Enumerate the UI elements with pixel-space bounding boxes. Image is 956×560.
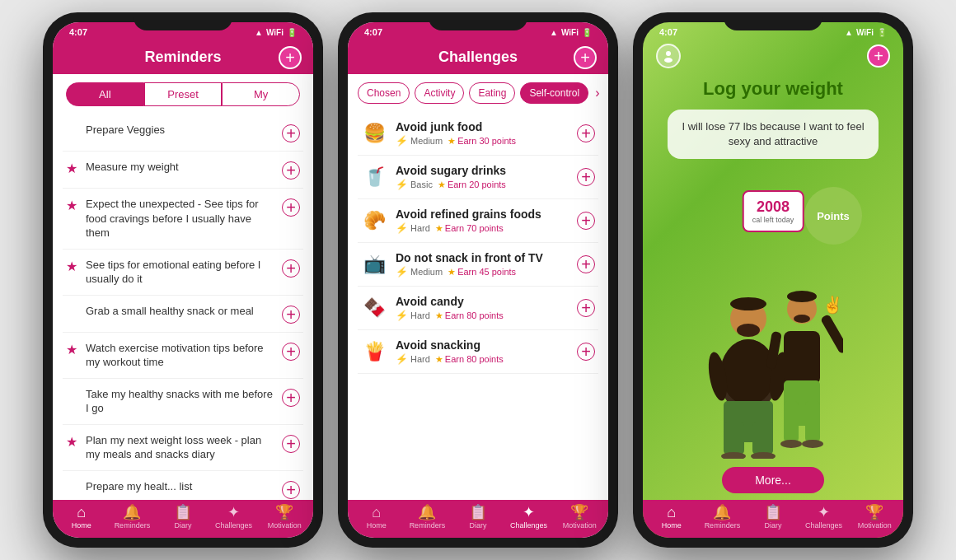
nav-label: Motivation	[858, 521, 892, 530]
nav-label: Home	[72, 521, 91, 530]
add-logweight-button[interactable]: +	[867, 44, 890, 68]
star-icon: ★	[66, 198, 79, 213]
bell-icon: 🔔	[418, 505, 436, 520]
calories-number: 2008	[752, 198, 794, 216]
nav-motivation-2[interactable]: 🏆 Motivation	[559, 505, 600, 530]
candy-icon: 🍫	[361, 297, 387, 319]
tab-eating[interactable]: Eating	[469, 82, 515, 104]
nav-label: Motivation	[563, 521, 597, 530]
add-item-button[interactable]: +	[282, 161, 300, 180]
phone-logweight: 4:07 ▲ WiFi 🔋 + Log your we	[633, 12, 913, 548]
add-challenge-button[interactable]: +	[577, 299, 595, 317]
nav-label: Challenges	[510, 521, 547, 530]
nav-label: Home	[367, 521, 387, 530]
phone3-top-bar: +	[643, 40, 903, 72]
tv-snack-icon: 📺	[361, 254, 387, 275]
svg-point-1	[664, 58, 672, 63]
svg-point-24	[802, 440, 823, 448]
bottom-nav-2: ⌂ Home 🔔 Reminders 📋 Diary ✦ Challenges …	[348, 500, 608, 538]
filter-tab-preset[interactable]: Preset	[144, 82, 223, 106]
nav-home-2[interactable]: ⌂ Home	[356, 505, 397, 530]
add-item-button[interactable]: +	[282, 306, 300, 324]
add-item-button[interactable]: +	[282, 389, 300, 407]
points-label: ★Earn 20 points	[438, 180, 506, 190]
tab-activity[interactable]: Activity	[415, 82, 464, 104]
reminder-text: Take my healthy snacks with me before I …	[86, 387, 275, 416]
nav-diary-2[interactable]: 📋 Diary	[457, 505, 499, 530]
diary-icon: 📋	[174, 505, 192, 520]
characters-area: 2008 cal left today	[643, 166, 903, 467]
nav-diary-3[interactable]: 📋 Diary	[752, 505, 794, 530]
diary-icon: 📋	[764, 505, 782, 520]
nav-challenges-1[interactable]: ✦ Challenges	[213, 505, 255, 530]
svg-point-16	[794, 315, 810, 323]
nav-challenges-2[interactable]: ✦ Challenges	[508, 505, 550, 530]
nav-label: Diary	[764, 521, 781, 530]
list-item: ★ See tips for emotional eating before I…	[63, 250, 303, 296]
add-challenge-button[interactable]: +	[577, 212, 595, 230]
snacking-icon: 🍟	[361, 341, 387, 362]
trophy-icon: 🏆	[275, 505, 293, 520]
difficulty-label: ⚡Hard	[396, 353, 430, 365]
tab-selfcontrol[interactable]: Self-control	[520, 82, 588, 104]
list-item: ★ Watch exercise motivation tips before …	[63, 333, 303, 379]
add-item-button[interactable]: +	[282, 435, 300, 453]
add-challenge-button[interactable]: +	[577, 255, 595, 273]
user-profile-icon[interactable]	[656, 44, 681, 68]
star-icon: ★	[66, 259, 79, 274]
nav-label: Diary	[469, 521, 486, 530]
points-label: ★Earn 30 points	[448, 136, 516, 147]
difficulty-label: ⚡Hard	[396, 310, 430, 321]
challenge-info: Avoid refined grains foods ⚡Hard ★Earn 7…	[396, 208, 569, 234]
tab-chosen[interactable]: Chosen	[358, 82, 410, 104]
add-challenge-button[interactable]: +	[577, 168, 595, 186]
add-item-button[interactable]: +	[282, 124, 300, 142]
more-button[interactable]: More...	[722, 467, 824, 493]
status-icons-3: ▲ WiFi 🔋	[845, 28, 887, 37]
nav-challenges-3[interactable]: ✦ Challenges	[804, 505, 845, 530]
add-item-button[interactable]: +	[282, 343, 300, 361]
add-item-button[interactable]: +	[282, 481, 300, 499]
nav-label: Challenges	[215, 521, 252, 530]
grains-icon: 🥐	[361, 210, 387, 231]
list-item: 🍔 Avoid junk food ⚡Medium ★Earn 30 point…	[358, 112, 598, 156]
status-icons-2: ▲ WiFi 🔋	[550, 28, 592, 37]
add-challenge-button[interactable]: +	[574, 46, 597, 69]
status-icons-1: ▲ WiFi 🔋	[255, 28, 297, 37]
nav-reminders-2[interactable]: 🔔 Reminders	[406, 505, 448, 530]
list-item: 🍟 Avoid snacking ⚡Hard ★Earn 80 points +	[358, 330, 598, 374]
list-item: Take my healthy snacks with me before I …	[63, 379, 303, 425]
add-item-button[interactable]: +	[282, 198, 300, 217]
add-challenge-button[interactable]: +	[577, 343, 595, 361]
challenges-header: Challenges +	[348, 40, 608, 74]
nav-label: Home	[662, 521, 682, 530]
svg-rect-10	[724, 422, 744, 455]
nav-diary-1[interactable]: 📋 Diary	[162, 505, 204, 530]
add-challenge-button[interactable]: +	[577, 124, 595, 142]
nav-reminders-3[interactable]: 🔔 Reminders	[701, 505, 743, 530]
log-weight-title: Log your weight	[659, 78, 887, 100]
reminder-text: Prepare Veggies	[86, 123, 275, 138]
motivation-bubble: I will lose 77 lbs because I want to fee…	[668, 110, 879, 159]
nav-home-1[interactable]: ⌂ Home	[61, 505, 102, 530]
challenge-name: Avoid refined grains foods	[396, 208, 569, 221]
filter-tab-my[interactable]: My	[222, 82, 300, 106]
list-item: 📺 Do not snack in front of TV ⚡Medium ★E…	[358, 243, 598, 287]
add-item-button[interactable]: +	[282, 259, 300, 278]
star-icon: ★	[66, 434, 79, 450]
nav-home-3[interactable]: ⌂ Home	[651, 505, 692, 530]
nav-reminders-1[interactable]: 🔔 Reminders	[111, 505, 152, 530]
filter-tab-all[interactable]: All	[66, 82, 144, 106]
list-item: ★ Measure my weight +	[63, 152, 303, 189]
nav-motivation-3[interactable]: 🏆 Motivation	[854, 505, 895, 530]
notch	[429, 12, 527, 30]
status-time-2: 4:07	[364, 27, 382, 37]
add-reminder-button[interactable]: +	[279, 46, 302, 69]
points-label: ★Earn 45 points	[448, 267, 516, 278]
home-icon: ⌂	[667, 505, 676, 520]
chevron-right-icon[interactable]: ›	[595, 86, 599, 100]
sugary-drinks-icon: 🥤	[361, 166, 387, 188]
status-time-1: 4:07	[69, 27, 87, 37]
nav-motivation-1[interactable]: 🏆 Motivation	[264, 505, 305, 530]
challenges-icon: ✦	[227, 505, 240, 520]
